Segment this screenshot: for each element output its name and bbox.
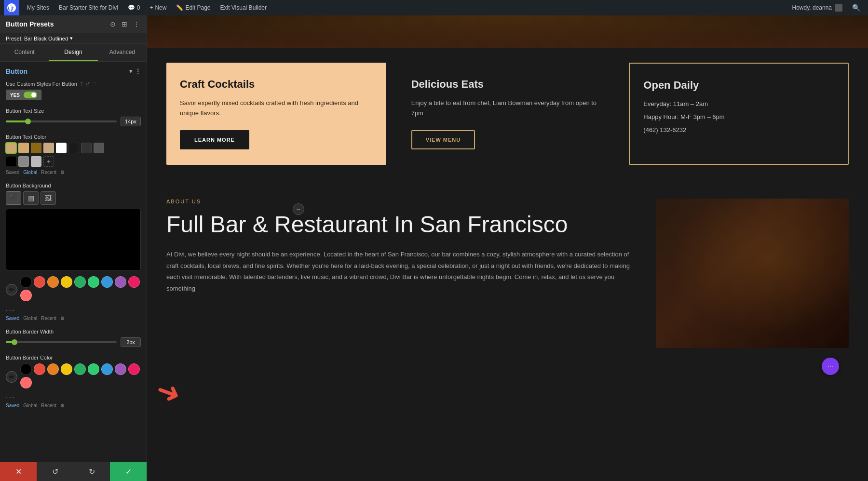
swatch-tan[interactable] — [18, 143, 29, 153]
bg-recent-label[interactable]: Recent — [41, 316, 56, 321]
expand-handle[interactable]: ↔ — [293, 203, 304, 215]
border-saved-label[interactable]: Saved — [6, 403, 19, 408]
swatch-white[interactable] — [56, 143, 67, 153]
global-label[interactable]: Global — [23, 170, 37, 175]
options-icon[interactable]: ⋮ — [93, 81, 97, 87]
learn-more-button[interactable]: LEARN MORE — [180, 130, 249, 149]
more-options-icon[interactable]: ··· — [6, 306, 141, 315]
panel-header: Button Presets ⊙ ⊞ ⋮ — [0, 15, 147, 33]
dot-orange[interactable] — [47, 276, 59, 288]
border-eyedropper-btn[interactable]: ✏ — [6, 371, 17, 383]
text-size-slider-row: 14px — [6, 117, 141, 126]
dot-pink[interactable] — [128, 276, 140, 288]
wp-logo-icon[interactable] — [4, 0, 19, 15]
border-width-slider[interactable] — [6, 341, 117, 343]
tab-design[interactable]: Design — [49, 44, 97, 61]
dot-purple[interactable] — [115, 276, 126, 288]
swatch-silver[interactable] — [31, 156, 41, 167]
dot-green[interactable] — [74, 276, 86, 288]
card-open-daily: Open Daily Everyday: 11am – 2am Happy Ho… — [629, 63, 849, 165]
new-menu[interactable]: + New — [146, 0, 170, 15]
swatch-dark-gray[interactable] — [81, 143, 92, 153]
dot-black[interactable] — [20, 276, 32, 288]
text-size-value[interactable]: 14px — [121, 117, 141, 126]
search-icon[interactable]: 🔍 — [848, 4, 864, 12]
plus-icon: + — [149, 4, 153, 11]
color-preview-box[interactable] — [6, 209, 141, 270]
text-size-slider[interactable] — [6, 120, 117, 122]
dot-yellow[interactable] — [61, 276, 72, 288]
text-size-label: Button Text Size — [6, 108, 44, 114]
border-dot-coral[interactable] — [20, 377, 32, 388]
border-global-label[interactable]: Global — [23, 403, 37, 408]
bg-image-tab[interactable]: 🖼 — [41, 191, 56, 205]
howdy-section: Howdy, deanna — [788, 4, 847, 12]
undo-button[interactable]: ↺ — [37, 462, 73, 481]
help-icon[interactable]: ? — [80, 81, 83, 87]
swatch-light-gray[interactable] — [18, 156, 29, 167]
card2-title: Delicious Eats — [411, 78, 604, 91]
border-settings-icon[interactable]: ⚙ — [60, 403, 65, 408]
border-swatch-labels: Saved Global Recent ⚙ — [6, 403, 141, 408]
swatch-settings-icon[interactable]: ⚙ — [60, 170, 65, 175]
swatch-black1[interactable] — [68, 143, 79, 153]
border-dot-orange[interactable] — [47, 363, 59, 375]
swatch-add[interactable]: + — [43, 156, 54, 167]
custom-styles-field: Use Custom Styles For Button ? ↺ ⋮ YES — [6, 81, 141, 100]
section-more-icon[interactable]: ⋮ — [135, 68, 141, 75]
swatch-brown[interactable] — [31, 143, 41, 153]
bg-settings-icon[interactable]: ⚙ — [60, 316, 65, 321]
eyedropper-btn[interactable]: ✏ — [6, 284, 17, 295]
border-dot-pink[interactable] — [128, 363, 140, 375]
tab-advanced[interactable]: Advanced — [98, 44, 147, 61]
recent-label[interactable]: Recent — [41, 170, 56, 175]
my-sites-menu[interactable]: My Sites — [23, 0, 53, 15]
view-menu-button[interactable]: VIEW MENU — [411, 130, 475, 149]
swatch-black2[interactable] — [6, 156, 16, 167]
layout-icon[interactable]: ⊞ — [121, 19, 128, 29]
swatch-med-gray[interactable] — [94, 143, 104, 153]
text-size-field: Button Text Size 14px — [6, 108, 141, 126]
collapse-icon[interactable]: ▾ — [129, 68, 132, 75]
border-dot-green[interactable] — [74, 363, 86, 375]
border-dot-yellow[interactable] — [61, 363, 72, 375]
site-name-menu[interactable]: Bar Starter Site for Divi — [55, 0, 122, 15]
sync-icon[interactable]: ⊙ — [109, 19, 117, 29]
dot-blue[interactable] — [101, 276, 113, 288]
save-button[interactable]: ✓ — [110, 462, 147, 481]
background-label: Button Background — [6, 183, 51, 188]
border-more-icon[interactable]: ··· — [6, 393, 141, 402]
bg-color-tab[interactable]: ⬛ — [6, 191, 21, 205]
bg-gradient-tab[interactable]: ▤ — [23, 191, 39, 205]
redo-button[interactable]: ↻ — [73, 462, 110, 481]
reset-icon[interactable]: ↺ — [86, 81, 90, 87]
toggle-yes-button[interactable]: YES — [6, 90, 41, 100]
comments-menu[interactable]: 💬 0 — [124, 0, 144, 15]
card3-title: Open Daily — [643, 79, 834, 92]
close-button[interactable]: ✕ — [0, 462, 37, 481]
exit-builder-menu[interactable]: Exit Visual Builder — [216, 0, 271, 15]
saved-label[interactable]: Saved — [6, 170, 19, 175]
text-color-label: Button Text Color — [6, 134, 46, 140]
divi-fab-button[interactable]: ··· — [822, 358, 839, 375]
more-icon[interactable]: ⋮ — [132, 19, 141, 29]
bg-global-label[interactable]: Global — [23, 316, 37, 321]
border-recent-label[interactable]: Recent — [41, 403, 56, 408]
dot-coral[interactable] — [20, 290, 32, 301]
toggle-switch[interactable] — [24, 92, 37, 98]
avatar[interactable] — [835, 4, 842, 12]
border-dot-black[interactable] — [20, 363, 32, 375]
dot-light-green[interactable] — [88, 276, 99, 288]
border-dot-light-green[interactable] — [88, 363, 99, 375]
swatch-gold[interactable] — [6, 143, 16, 153]
dot-red[interactable] — [34, 276, 45, 288]
border-dot-blue[interactable] — [101, 363, 113, 375]
border-width-value[interactable]: 2px — [121, 337, 141, 347]
bg-saved-label[interactable]: Saved — [6, 316, 19, 321]
tab-content[interactable]: Content — [0, 44, 49, 61]
border-dot-purple[interactable] — [115, 363, 126, 375]
card-craft-cocktails: Craft Cocktails Savor expertly mixed coc… — [166, 63, 386, 165]
border-dot-red[interactable] — [34, 363, 45, 375]
edit-page-menu[interactable]: ✏️ Edit Page — [172, 0, 214, 15]
swatch-light-tan[interactable] — [43, 143, 54, 153]
